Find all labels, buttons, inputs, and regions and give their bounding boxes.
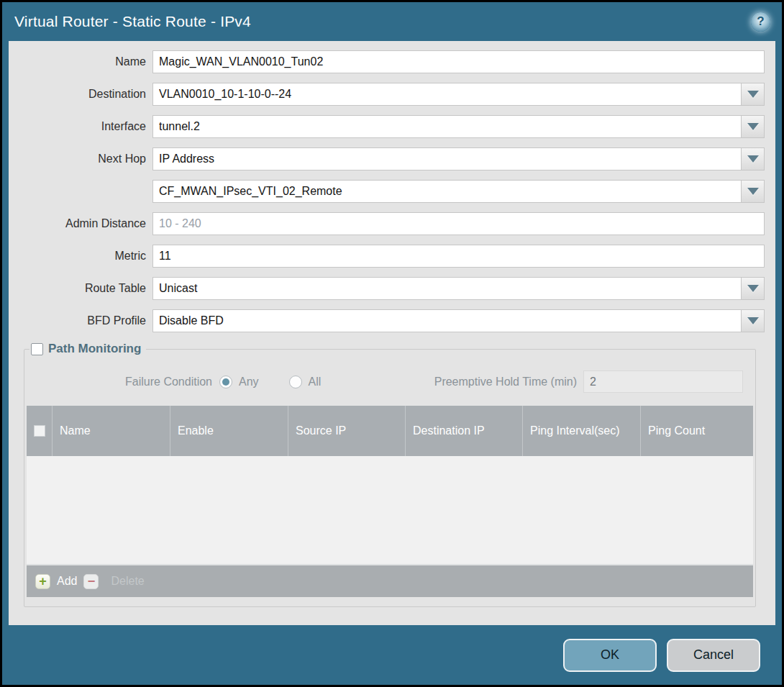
chevron-down-icon (747, 91, 759, 98)
preemptive-hold-time-label: Preemptive Hold Time (min) (434, 376, 583, 388)
form-row-route-table: Route Table (9, 277, 765, 300)
destination-dropdown-button[interactable] (741, 83, 765, 106)
form-row-interface: Interface (9, 115, 765, 138)
next-hop-value-dropdown-button[interactable] (741, 180, 765, 203)
bfd-profile-dropdown-button[interactable] (741, 309, 765, 332)
column-header-destination-ip[interactable]: Destination IP (406, 406, 523, 456)
virtual-router-static-route-dialog: Virtual Router - Static Route - IPv4 ? N… (0, 0, 784, 687)
route-table-combobox (152, 277, 765, 300)
admin-distance-input[interactable] (152, 212, 765, 235)
next-hop-label: Next Hop (9, 153, 152, 165)
next-hop-value-combobox (152, 180, 765, 203)
path-monitoring-table: Name Enable Source IP Destination IP Pin… (27, 406, 753, 597)
destination-label: Destination (9, 88, 152, 101)
path-monitoring-section: Path Monitoring Failure Condition Any Al… (24, 342, 756, 607)
column-header-name[interactable]: Name (53, 406, 170, 456)
metric-input[interactable] (152, 245, 765, 268)
failure-condition-row: Failure Condition Any All Preemptive Hol… (27, 370, 743, 393)
dialog-titlebar: Virtual Router - Static Route - IPv4 ? (2, 2, 782, 41)
column-header-enable[interactable]: Enable (170, 406, 288, 456)
delete-icon: − (83, 574, 99, 589)
preemptive-hold-time-input[interactable] (583, 370, 743, 393)
route-table-dropdown-button[interactable] (741, 277, 765, 300)
interface-dropdown-button[interactable] (741, 115, 765, 138)
cancel-button[interactable]: Cancel (667, 639, 760, 672)
delete-button: Delete (111, 575, 144, 588)
bfd-profile-input[interactable] (152, 309, 741, 332)
chevron-down-icon (747, 188, 759, 195)
destination-combobox (152, 83, 765, 106)
column-header-source-ip[interactable]: Source IP (288, 406, 406, 456)
failure-condition-any-radio[interactable] (219, 376, 232, 388)
metric-label: Metric (9, 250, 152, 263)
chevron-down-icon (747, 285, 759, 292)
select-all-checkbox[interactable] (34, 425, 45, 437)
path-monitoring-legend: Path Monitoring (29, 342, 146, 356)
path-monitoring-checkbox[interactable] (31, 343, 43, 355)
form-row-next-hop-value (9, 180, 765, 203)
column-header-ping-interval[interactable]: Ping Interval(sec) (523, 406, 641, 456)
name-label: Name (9, 55, 152, 68)
form-row-admin-distance: Admin Distance (9, 212, 765, 235)
path-monitoring-title: Path Monitoring (48, 342, 141, 356)
next-hop-dropdown-button[interactable] (741, 147, 765, 170)
dialog-title: Virtual Router - Static Route - IPv4 (14, 13, 251, 30)
path-monitoring-table-toolbar: + Add − Delete (27, 564, 753, 597)
route-table-label: Route Table (9, 282, 152, 295)
bfd-profile-combobox (152, 309, 765, 332)
add-button[interactable]: Add (57, 575, 77, 588)
interface-combobox (152, 115, 765, 138)
bfd-profile-label: BFD Profile (9, 314, 152, 327)
form-row-next-hop: Next Hop (9, 147, 765, 170)
failure-condition-all-label: All (309, 376, 322, 388)
form-row-bfd-profile: BFD Profile (9, 309, 765, 332)
interface-input[interactable] (152, 115, 741, 138)
form-row-destination: Destination (9, 83, 765, 106)
help-icon[interactable]: ? (751, 12, 770, 32)
dialog-content: Name Destination Interface Next Hop (9, 41, 775, 625)
column-header-ping-count[interactable]: Ping Count (641, 406, 753, 456)
chevron-down-icon (747, 155, 759, 163)
failure-condition-any-label: Any (239, 376, 259, 388)
failure-condition-label: Failure Condition (27, 376, 219, 388)
select-all-cell (27, 406, 53, 456)
destination-input[interactable] (152, 83, 741, 106)
path-monitoring-table-body (27, 456, 753, 564)
chevron-down-icon (747, 317, 759, 324)
next-hop-value-input[interactable] (152, 180, 741, 203)
failure-condition-all-radio[interactable] (289, 376, 302, 388)
add-icon[interactable]: + (35, 574, 50, 589)
path-monitoring-table-header: Name Enable Source IP Destination IP Pin… (27, 406, 753, 456)
form-row-name: Name (9, 50, 765, 73)
next-hop-input[interactable] (152, 147, 741, 170)
route-table-input[interactable] (152, 277, 741, 300)
name-input[interactable] (152, 50, 765, 73)
ok-button[interactable]: OK (563, 639, 657, 672)
admin-distance-label: Admin Distance (9, 217, 152, 230)
interface-label: Interface (9, 120, 152, 133)
form-row-metric: Metric (9, 245, 765, 268)
chevron-down-icon (747, 123, 759, 130)
dialog-footer: OK Cancel (2, 625, 782, 685)
next-hop-combobox (152, 147, 765, 170)
